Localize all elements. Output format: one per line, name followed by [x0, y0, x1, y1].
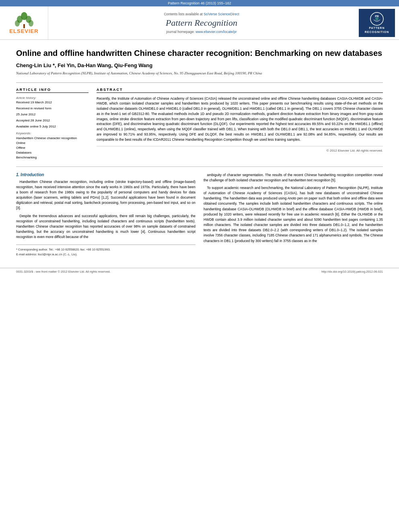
- pr-emblem-icon: PR: [370, 12, 384, 26]
- section1-body-right: ambiguity of character segmentation. The…: [204, 173, 383, 244]
- intro-para-2: Despite the tremendous advances and succ…: [16, 214, 195, 240]
- body-two-col: 1. Introduction Handwritten Chinese char…: [16, 173, 383, 257]
- authors-line: Cheng-Lin Liu *, Fei Yin, Da-Han Wang, Q…: [16, 62, 383, 68]
- elsevier-wordmark: ELSEVIER: [9, 28, 38, 34]
- abstract-label: ABSTRACT: [97, 88, 383, 93]
- keywords-list: Handwritten Chinese character recognitio…: [16, 136, 88, 160]
- keyword-4: Databases: [16, 150, 88, 155]
- svg-point-4: [29, 20, 33, 27]
- keyword-2: Online: [16, 141, 88, 146]
- revised-label: Received in revised form: [16, 107, 88, 110]
- journal-citation: Pattern Recognition 46 (2013) 155–162: [168, 1, 231, 5]
- journal-logo-box: PR PATTERN RECOGNITION: [359, 9, 395, 37]
- body-col-right: ambiguity of character segmentation. The…: [204, 173, 383, 257]
- journal-header-center: Contents lists available at SciVerse Sci…: [48, 6, 355, 39]
- intro-para-1: Handwritten Chinese character recognitio…: [16, 179, 195, 211]
- info-abstract-section: ARTICLE INFO Article history: Received 1…: [16, 82, 383, 160]
- article-title: Online and offline handwritten Chinese c…: [16, 48, 383, 58]
- keyword-1: Handwritten Chinese character recognitio…: [16, 136, 88, 141]
- journal-logo-area: PR PATTERN RECOGNITION: [355, 6, 399, 39]
- section1-body-left: Handwritten Chinese character recognitio…: [16, 179, 195, 240]
- footnote-email: E-mail address: liucl@nlpr.ia.ac.cn (C.-…: [16, 252, 195, 257]
- accepted-date: Accepted 28 June 2012: [16, 119, 88, 122]
- homepage-link[interactable]: www.elsevier.com/locate/pr: [195, 30, 237, 34]
- footnote-star: * Corresponding author. Tel.: +86 10 625…: [16, 247, 195, 252]
- revised-date: 25 June 2012: [16, 113, 88, 116]
- right-para-1: ambiguity of character segmentation. The…: [204, 173, 383, 183]
- copyright-line: © 2012 Elsevier Ltd. All rights reserved…: [97, 146, 383, 152]
- section-divider: [16, 166, 383, 167]
- article-info-label: ARTICLE INFO: [16, 88, 88, 93]
- section1-heading: 1. Introduction: [16, 173, 195, 177]
- journal-header: ELSEVIER Contents lists available at Sci…: [0, 6, 399, 40]
- elsevier-logo-area: ELSEVIER: [0, 6, 48, 39]
- keywords-label: Keywords:: [16, 131, 88, 135]
- footnote-area: * Corresponding author. Tel.: +86 10 625…: [16, 244, 195, 257]
- issn-text: 0031-3203/$ - see front matter © 2012 El…: [16, 270, 111, 273]
- article-info-col: ARTICLE INFO Article history: Received 1…: [16, 88, 88, 160]
- abstract-text: Recently, the Institute of Automation of…: [97, 96, 383, 142]
- journal-topbar: Pattern Recognition 46 (2013) 155–162: [0, 0, 399, 6]
- page-wrapper: Pattern Recognition 46 (2013) 155–162 EL…: [0, 0, 399, 532]
- available-date: Available online 5 July 2012: [16, 125, 88, 128]
- main-content: Online and offline handwritten Chinese c…: [0, 40, 399, 265]
- elsevier-tree-icon: [14, 12, 34, 28]
- journal-homepage-line: journal homepage: www.elsevier.com/locat…: [166, 30, 237, 34]
- sciverse-link[interactable]: SciVerse ScienceDirect: [204, 12, 239, 16]
- doi-text: http://dx.doi.org/10.1016/j.patcog.2012.…: [321, 270, 383, 273]
- affiliation: National Laboratory of Pattern Recogniti…: [16, 71, 383, 76]
- abstract-col: ABSTRACT Recently, the Institute of Auto…: [97, 88, 383, 160]
- svg-point-8: [375, 17, 378, 21]
- right-para-2: To support academic research and benchma…: [204, 185, 383, 244]
- bottom-bar: 0031-3203/$ - see front matter © 2012 El…: [0, 268, 399, 275]
- journal-title: Pattern Recognition: [166, 18, 237, 28]
- contents-available-line: Contents lists available at SciVerse Sci…: [164, 12, 239, 16]
- keyword-5: Benchmarking: [16, 155, 88, 160]
- history-label: Article history:: [16, 96, 88, 100]
- received-date: Received 19 March 2012: [16, 101, 88, 104]
- body-col-left: 1. Introduction Handwritten Chinese char…: [16, 173, 195, 257]
- keyword-3: Offline: [16, 146, 88, 150]
- svg-point-3: [15, 20, 20, 27]
- svg-rect-5: [23, 24, 25, 28]
- svg-text:PR: PR: [375, 15, 379, 18]
- journal-logo-text: PATTERN RECOGNITION: [365, 26, 389, 34]
